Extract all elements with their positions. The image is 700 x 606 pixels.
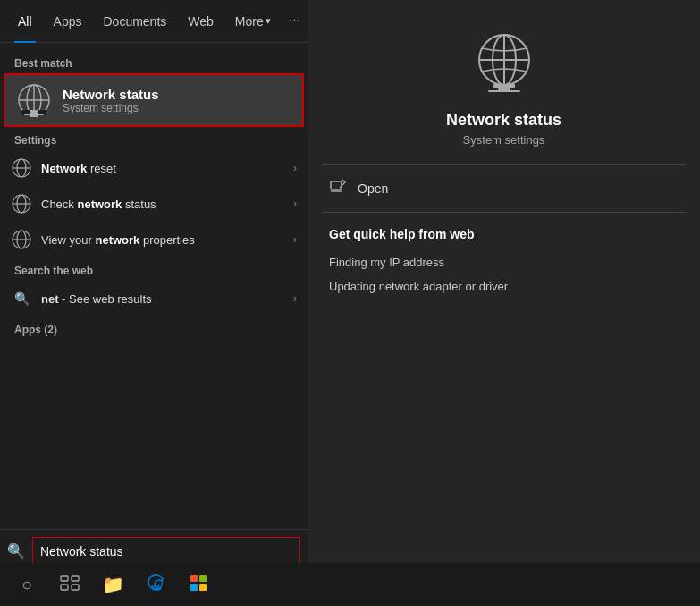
search-bar-icon: 🔍: [7, 543, 25, 560]
best-match-item[interactable]: Network status System settings: [4, 73, 304, 127]
open-button[interactable]: Open: [308, 165, 700, 212]
list-item-network-reset[interactable]: Network reset ›: [0, 150, 308, 186]
network-properties-text: View your network properties: [41, 233, 293, 247]
globe-icon-check: [11, 193, 32, 215]
svg-rect-21: [498, 88, 510, 90]
hero-section: Network status System settings: [308, 0, 700, 164]
svg-rect-32: [199, 584, 207, 591]
taskbar-taskview-button[interactable]: [50, 565, 89, 604]
svg-rect-26: [72, 576, 79, 581]
open-label: Open: [358, 181, 388, 196]
left-panel: All Apps Documents Web More ▾ ··· ✕ Best…: [0, 0, 308, 572]
hero-globe-icon: [468, 29, 540, 100]
best-match-label: Best match: [0, 50, 308, 73]
svg-rect-25: [61, 576, 68, 581]
tab-web[interactable]: Web: [177, 0, 224, 43]
magnifier-icon: 🔍: [11, 288, 32, 309]
check-network-text: Check network status: [41, 198, 293, 211]
svg-rect-20: [493, 84, 515, 88]
tab-apps[interactable]: Apps: [43, 0, 93, 43]
best-match-text: Network status System settings: [63, 87, 159, 114]
settings-label: Settings: [0, 127, 308, 150]
task-view-icon: [60, 575, 80, 595]
best-match-subtitle: System settings: [63, 102, 159, 114]
svg-rect-29: [190, 575, 198, 582]
hero-title: Network status: [446, 111, 561, 130]
chevron-right-icon: ›: [293, 162, 297, 174]
network-status-icon: [16, 82, 52, 118]
help-link-2[interactable]: Updating network adapter or driver: [329, 274, 679, 299]
results-list: Best match Network status System setting…: [0, 43, 308, 572]
chevron-right-icon-4: ›: [293, 292, 297, 305]
svg-rect-27: [61, 585, 68, 590]
svg-rect-31: [190, 584, 198, 591]
taskbar-edge-button[interactable]: [136, 565, 175, 604]
svg-rect-23: [331, 181, 342, 189]
search-input[interactable]: [32, 537, 300, 566]
web-search-text: net - See web results: [41, 292, 293, 306]
globe-icon-reset: [11, 157, 32, 179]
tab-all[interactable]: All: [7, 0, 43, 43]
taskbar-search-icon: ○: [21, 575, 32, 595]
tabs-bar: All Apps Documents Web More ▾ ··· ✕: [0, 0, 308, 43]
right-panel: Network status System settings Open Get …: [308, 0, 700, 572]
tab-documents[interactable]: Documents: [92, 0, 177, 43]
chevron-right-icon-2: ›: [293, 198, 297, 210]
taskbar-fileexplorer-button[interactable]: 📁: [93, 565, 132, 604]
more-chevron-icon: ▾: [266, 15, 271, 27]
taskbar-search-button[interactable]: ○: [7, 565, 46, 604]
list-item-web-search[interactable]: 🔍 net - See web results ›: [0, 281, 308, 316]
network-reset-text: Network reset: [41, 162, 293, 175]
taskbar: ○ 📁: [0, 563, 700, 606]
svg-rect-6: [24, 114, 44, 115]
best-match-title: Network status: [63, 87, 159, 102]
tab-more[interactable]: More ▾: [224, 0, 282, 43]
edge-icon: [146, 573, 165, 597]
help-title: Get quick help from web: [329, 227, 679, 241]
help-section: Get quick help from web Finding my IP ad…: [308, 213, 700, 306]
list-item-network-properties[interactable]: View your network properties ›: [0, 222, 308, 257]
search-web-label: Search the web: [0, 257, 308, 281]
ellipsis-button[interactable]: ···: [282, 9, 308, 33]
svg-rect-28: [72, 585, 79, 590]
list-item-check-network[interactable]: Check network status ›: [0, 186, 308, 222]
taskbar-store-button[interactable]: [179, 565, 218, 604]
hero-subtitle: System settings: [463, 133, 545, 147]
store-icon: [189, 573, 208, 597]
chevron-right-icon-3: ›: [293, 233, 297, 246]
apps-section-label: Apps (2): [0, 316, 308, 340]
svg-rect-30: [199, 575, 207, 582]
help-link-1[interactable]: Finding my IP address: [329, 250, 679, 274]
open-icon: [329, 178, 347, 199]
svg-rect-22: [488, 90, 520, 92]
globe-icon-properties: [11, 229, 32, 250]
file-explorer-icon: 📁: [102, 574, 124, 595]
